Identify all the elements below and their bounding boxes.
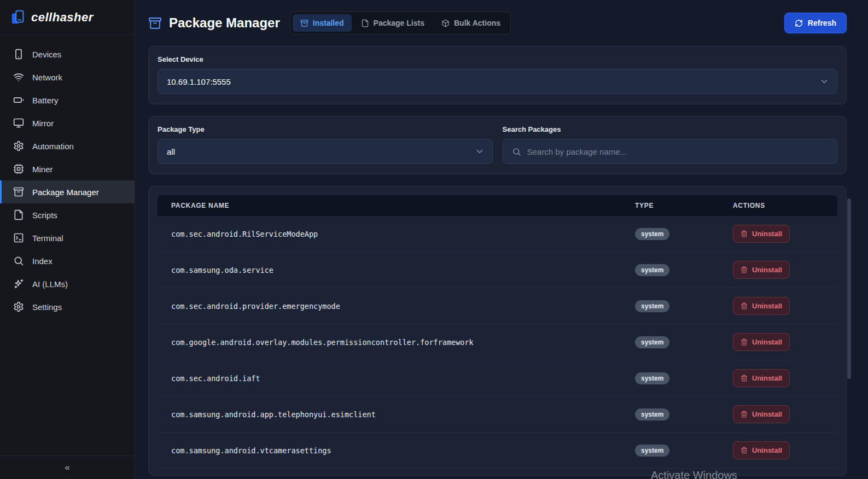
tab-label: Bulk Actions — [454, 19, 500, 27]
topbar: Package Manager InstalledPackage ListsBu… — [148, 11, 847, 34]
package-type-badge: system — [635, 445, 669, 457]
package-type-select[interactable]: all — [158, 139, 493, 164]
package-type-badge: system — [635, 228, 669, 240]
tab-bulk-actions[interactable]: Bulk Actions — [434, 14, 508, 32]
sidebar-item-label: AI (LLMs) — [32, 279, 68, 289]
sparkles-icon — [13, 278, 24, 289]
sidebar-item-mirror[interactable]: Mirror — [0, 112, 135, 135]
package-name: com.samsung.oda.service — [171, 266, 273, 274]
package-type-badge: system — [635, 372, 669, 384]
sidebar-item-scripts[interactable]: Scripts — [0, 203, 135, 226]
sidebar-item-network[interactable]: Network — [0, 66, 135, 89]
sidebar-collapse-button[interactable]: « — [0, 455, 135, 479]
column-header-type: TYPE — [635, 202, 725, 209]
package-type-field: Package Type all — [158, 125, 493, 164]
sidebar-item-devices[interactable]: Devices — [0, 43, 135, 66]
sidebar-item-label: Automation — [32, 142, 74, 151]
column-header-actions: ACTIONS — [725, 202, 837, 209]
uninstall-button[interactable]: Uninstall — [733, 369, 790, 387]
gear-icon — [13, 141, 24, 151]
package-name: com.sec.android.RilServiceModeApp — [171, 230, 318, 238]
table-row: com.sec.android.RilServiceModeAppsystemU… — [158, 216, 837, 252]
cellhasher-logo-icon — [10, 9, 26, 26]
package-icon — [441, 19, 450, 27]
sidebar-item-miner[interactable]: Miner — [0, 157, 135, 180]
uninstall-label: Uninstall — [752, 266, 782, 274]
uninstall-label: Uninstall — [752, 410, 782, 418]
app-root: cellhasher DevicesNetworkBatteryMirrorAu… — [0, 0, 868, 479]
package-name: com.sec.android.iaft — [171, 374, 260, 383]
uninstall-button[interactable]: Uninstall — [733, 441, 790, 459]
package-manager-icon — [148, 16, 162, 30]
sidebar-item-automation[interactable]: Automation — [0, 135, 135, 157]
search-field: Search Packages — [503, 125, 838, 164]
search-packages-label: Search Packages — [503, 125, 838, 133]
package-name: com.samsung.android.vtcamerasettings — [171, 446, 331, 455]
uninstall-button[interactable]: Uninstall — [733, 225, 790, 243]
sidebar-item-label: Battery — [32, 96, 59, 105]
column-header-package-name: PACKAGE NAME — [158, 202, 635, 209]
uninstall-label: Uninstall — [752, 374, 782, 382]
table-row: com.samsung.android.vtcamerasettingssyst… — [158, 433, 837, 469]
device-select[interactable]: 10.69.1.107:5555 — [158, 69, 837, 94]
battery-icon — [13, 95, 24, 106]
uninstall-label: Uninstall — [752, 230, 782, 238]
tab-package-lists[interactable]: Package Lists — [353, 14, 432, 32]
uninstall-button[interactable]: Uninstall — [733, 405, 790, 423]
sidebar-item-settings[interactable]: Settings — [0, 295, 135, 318]
select-device-label: Select Device — [158, 55, 837, 63]
file-icon — [13, 209, 24, 220]
device-select-value: 10.69.1.107:5555 — [167, 77, 231, 86]
sidebar-item-label: Miner — [32, 165, 53, 174]
sidebar-item-terminal[interactable]: Terminal — [0, 226, 135, 249]
table-row: com.google.android.overlay.modules.permi… — [158, 324, 837, 360]
chevron-down-icon — [819, 77, 829, 86]
vertical-scrollbar[interactable] — [847, 198, 851, 379]
sidebar-item-index[interactable]: Index — [0, 249, 135, 272]
refresh-button[interactable]: Refresh — [784, 13, 847, 33]
trash-icon — [741, 302, 748, 309]
search-icon — [512, 147, 521, 156]
main-content: Package Manager InstalledPackage ListsBu… — [135, 0, 868, 479]
sidebar-item-label: Terminal — [32, 233, 63, 243]
file-icon — [361, 19, 369, 27]
package-name: com.google.android.overlay.modules.permi… — [171, 338, 474, 347]
package-table-body: com.sec.android.RilServiceModeAppsystemU… — [158, 216, 837, 469]
select-device-card: Select Device 10.69.1.107:5555 — [148, 46, 847, 104]
uninstall-button[interactable]: Uninstall — [733, 333, 790, 351]
page-title: Package Manager — [148, 15, 280, 31]
package-type-value: all — [167, 147, 175, 156]
sidebar-item-package-manager[interactable]: Package Manager — [0, 180, 135, 203]
terminal-icon — [13, 232, 24, 243]
monitor-icon — [13, 118, 24, 128]
archive-icon — [300, 19, 308, 27]
collapse-chevrons-icon: « — [65, 462, 69, 473]
sidebar-item-label: Scripts — [32, 211, 57, 220]
wifi-icon — [13, 72, 24, 83]
package-name: com.sec.android.provider.emergencymode — [171, 302, 340, 311]
uninstall-button[interactable]: Uninstall — [733, 297, 790, 315]
search-input[interactable] — [527, 147, 829, 156]
trash-icon — [741, 266, 748, 273]
sidebar-item-label: Network — [32, 73, 62, 82]
refresh-icon — [795, 19, 803, 27]
package-type-badge: system — [635, 300, 669, 312]
trash-icon — [741, 338, 748, 346]
uninstall-label: Uninstall — [752, 338, 782, 346]
table-header: PACKAGE NAME TYPE ACTIONS — [158, 195, 837, 216]
table-row: com.samsung.oda.servicesystemUninstall — [158, 252, 837, 288]
refresh-label: Refresh — [808, 19, 836, 27]
sidebar-item-label: Settings — [32, 302, 62, 312]
sidebar-item-ai-llms[interactable]: AI (LLMs) — [0, 272, 135, 295]
sidebar: cellhasher DevicesNetworkBatteryMirrorAu… — [0, 0, 135, 479]
trash-icon — [741, 447, 748, 454]
sidebar-item-label: Index — [32, 256, 53, 266]
package-table-card: PACKAGE NAME TYPE ACTIONS com.sec.androi… — [148, 186, 847, 476]
sidebar-item-label: Package Manager — [32, 188, 99, 197]
tab-label: Installed — [313, 19, 344, 27]
tab-installed[interactable]: Installed — [293, 14, 352, 32]
search-box — [503, 139, 838, 164]
sidebar-item-battery[interactable]: Battery — [0, 89, 135, 112]
package-type-label: Package Type — [158, 125, 493, 133]
uninstall-button[interactable]: Uninstall — [733, 261, 790, 279]
